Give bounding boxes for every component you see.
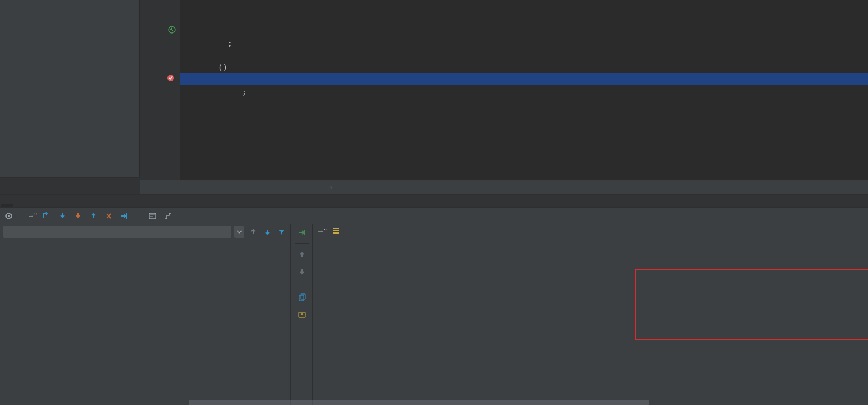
force-step-into-icon[interactable] — [72, 210, 83, 221]
nav-down-icon[interactable] — [296, 266, 307, 277]
tab-application[interactable] — [1, 204, 13, 207]
gutter — [140, 0, 180, 180]
svg-rect-15 — [333, 232, 339, 234]
svg-rect-5 — [149, 213, 156, 219]
prev-frame-icon[interactable] — [248, 226, 259, 237]
code-editor[interactable]: ; () ; — [180, 0, 868, 180]
project-tree[interactable] — [0, 0, 140, 194]
copy-icon[interactable] — [296, 292, 307, 303]
editor-area: ; () ; › — [140, 0, 868, 194]
svg-point-12 — [301, 313, 303, 315]
debugger-icon[interactable] — [3, 210, 14, 221]
attach-icon[interactable]: →" — [316, 225, 327, 236]
thread-selector[interactable] — [3, 226, 231, 238]
chevron-right-icon: › — [330, 183, 332, 191]
filter-icon[interactable] — [276, 226, 287, 237]
bottom-tab-strip — [0, 194, 868, 207]
svg-rect-14 — [333, 230, 339, 231]
dropdown-icon[interactable] — [234, 226, 244, 238]
svg-point-3 — [8, 215, 10, 217]
next-frame-icon[interactable] — [262, 226, 273, 237]
show-icon[interactable] — [296, 309, 307, 320]
svg-point-0 — [169, 26, 175, 33]
highlight-box — [635, 269, 868, 340]
debug-toolbar: →" — [0, 207, 868, 224]
nav-up-icon[interactable] — [296, 249, 307, 260]
stack-icon — [332, 226, 340, 235]
drop-frame-icon[interactable] — [103, 210, 114, 221]
autowire-icon — [167, 25, 176, 34]
run-to-cursor-icon[interactable] — [119, 210, 130, 221]
tree-footer — [0, 177, 140, 194]
step-over-icon[interactable] — [42, 210, 53, 221]
svg-rect-13 — [333, 228, 339, 229]
add-watch-icon[interactable] — [296, 227, 307, 238]
step-into-icon[interactable] — [57, 210, 68, 221]
variables-panel: →" — [313, 224, 868, 405]
frames-panel — [0, 224, 291, 405]
step-out-icon[interactable] — [88, 210, 99, 221]
variables-header: →" — [313, 224, 868, 238]
attach-icon[interactable]: →" — [26, 210, 37, 221]
evaluate-icon[interactable] — [147, 210, 158, 221]
variable-toolbar — [291, 224, 313, 405]
breakpoint-icon[interactable] — [166, 74, 175, 82]
trace-icon[interactable] — [163, 210, 173, 221]
breadcrumb[interactable]: › — [140, 180, 868, 194]
